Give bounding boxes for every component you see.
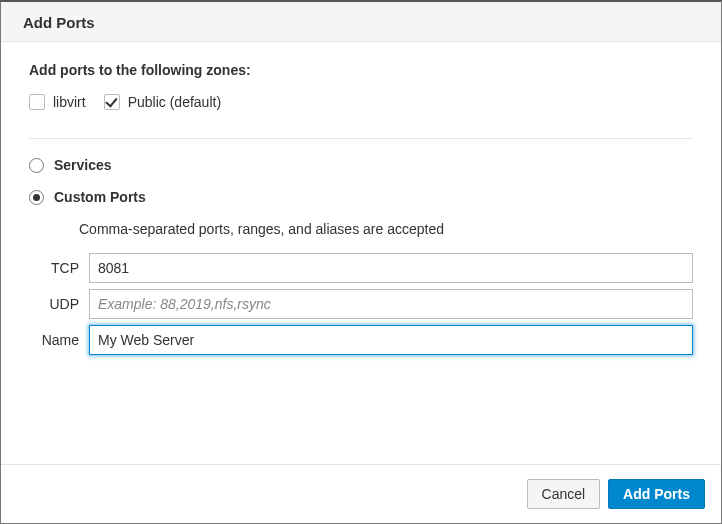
zone-label: Public (default): [128, 94, 221, 110]
name-row: Name: [29, 325, 693, 355]
tcp-input[interactable]: [89, 253, 693, 283]
add-ports-button[interactable]: Add Ports: [608, 479, 705, 509]
udp-label: UDP: [29, 296, 89, 312]
checkbox-icon: [104, 94, 120, 110]
radio-services[interactable]: Services: [29, 157, 693, 173]
radio-label: Services: [54, 157, 112, 173]
dialog-header: Add Ports: [1, 2, 721, 42]
custom-help-text: Comma-separated ports, ranges, and alias…: [79, 221, 693, 237]
radio-label: Custom Ports: [54, 189, 146, 205]
zones-heading: Add ports to the following zones:: [29, 62, 693, 78]
udp-input[interactable]: [89, 289, 693, 319]
zone-checkbox-public[interactable]: Public (default): [104, 94, 221, 110]
add-ports-dialog: Add Ports Add ports to the following zon…: [0, 0, 722, 524]
zone-checkbox-libvirt[interactable]: libvirt: [29, 94, 86, 110]
zone-label: libvirt: [53, 94, 86, 110]
dialog-body: Add ports to the following zones: libvir…: [1, 42, 721, 464]
divider: [29, 138, 693, 139]
zones-row: libvirt Public (default): [29, 94, 693, 110]
tcp-label: TCP: [29, 260, 89, 276]
checkbox-icon: [29, 94, 45, 110]
radio-custom-ports[interactable]: Custom Ports: [29, 189, 693, 205]
name-input[interactable]: [89, 325, 693, 355]
dialog-title: Add Ports: [23, 14, 699, 31]
radio-icon: [29, 158, 44, 173]
cancel-button[interactable]: Cancel: [527, 479, 601, 509]
udp-row: UDP: [29, 289, 693, 319]
tcp-row: TCP: [29, 253, 693, 283]
name-label: Name: [29, 332, 89, 348]
radio-icon: [29, 190, 44, 205]
dialog-footer: Cancel Add Ports: [1, 464, 721, 523]
